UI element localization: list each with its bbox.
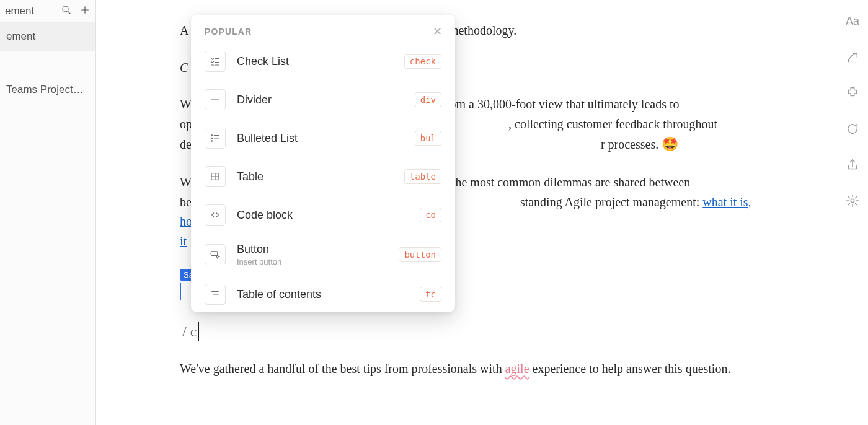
- popup-item-label: Check List: [237, 55, 393, 68]
- popup-item-shortcut: table: [404, 169, 441, 184]
- popup-item-shortcut: div: [415, 92, 441, 107]
- popup-item-label: Table of contents: [237, 288, 409, 301]
- svg-rect-20: [211, 252, 218, 256]
- share-button[interactable]: [846, 158, 859, 172]
- svg-point-5: [851, 199, 854, 203]
- popup-item-table[interactable]: Table table: [191, 157, 455, 196]
- sidebar: ement ement Teams Project…: [0, 0, 96, 425]
- popup-item-shortcut: tc: [420, 287, 441, 302]
- popup-item-table-of-contents[interactable]: Table of contents tc: [191, 275, 455, 312]
- popup-item-label: Code block: [237, 209, 409, 222]
- insert-button[interactable]: [846, 50, 859, 64]
- popup-item-sublabel: Insert button: [237, 257, 388, 266]
- add-icon[interactable]: [79, 4, 91, 19]
- close-icon[interactable]: ✕: [433, 25, 443, 38]
- bulleted-list-icon: [205, 128, 226, 149]
- popup-item-label: Divider: [237, 94, 404, 107]
- svg-point-0: [63, 6, 68, 12]
- popup-item-button[interactable]: Button Insert button button: [191, 234, 455, 275]
- popup-item-label: Table: [237, 170, 393, 183]
- table-icon: [205, 166, 226, 187]
- popup-item-divider[interactable]: Divider div: [191, 81, 455, 119]
- popup-item-check-list[interactable]: Check List check: [191, 42, 455, 81]
- popup-item-label: Bulleted List: [237, 132, 404, 145]
- slash-command-popup: POPULAR ✕ Check List check Divider div B…: [191, 15, 455, 312]
- popup-item-code-block[interactable]: Code block co: [191, 196, 455, 234]
- text-cursor: [198, 322, 199, 341]
- slash-typed-text: / c: [182, 323, 197, 340]
- svg-point-13: [211, 138, 213, 139]
- popup-section-header: POPULAR: [205, 27, 252, 37]
- popup-list: Check List check Divider div Bulleted Li…: [191, 42, 455, 312]
- divider-icon: [205, 89, 226, 110]
- popup-item-shortcut: check: [404, 54, 441, 69]
- sidebar-item-label: Teams Project…: [6, 84, 84, 96]
- search-icon[interactable]: [61, 4, 72, 19]
- sidebar-item-label: ement: [6, 30, 35, 43]
- slash-command-input[interactable]: / c: [182, 322, 199, 341]
- svg-point-15: [211, 141, 213, 142]
- popup-item-shortcut: co: [420, 208, 441, 222]
- comments-button[interactable]: [846, 122, 859, 136]
- popup-item-bulleted-list[interactable]: Bulleted List bul: [191, 119, 455, 157]
- sidebar-item-selected[interactable]: ement: [0, 22, 95, 51]
- right-toolbar: Aa: [846, 15, 859, 208]
- svg-point-4: [848, 60, 849, 61]
- toc-icon: [205, 284, 226, 305]
- settings-button[interactable]: [846, 194, 859, 208]
- popup-item-shortcut: button: [399, 247, 441, 262]
- popup-item-shortcut: bul: [415, 131, 441, 146]
- emoji-star-struck: 🤩: [662, 136, 678, 152]
- typography-button[interactable]: Aa: [846, 15, 859, 28]
- extensions-button[interactable]: [846, 86, 859, 100]
- code-block-icon: [205, 204, 226, 226]
- svg-point-11: [211, 135, 213, 136]
- sidebar-item-teams-project[interactable]: Teams Project…: [0, 76, 95, 104]
- sidebar-header-fragment: ement: [5, 5, 53, 17]
- check-list-icon: [205, 51, 226, 72]
- svg-line-1: [68, 11, 70, 14]
- popup-item-label: Button: [237, 243, 388, 256]
- spellcheck-word[interactable]: agile: [505, 362, 529, 375]
- link-what-it-is-cont[interactable]: it: [180, 234, 187, 248]
- selection-caret: [180, 283, 181, 300]
- button-icon: [205, 244, 226, 265]
- paragraph[interactable]: We've gathered a handful of the best tip…: [180, 359, 775, 379]
